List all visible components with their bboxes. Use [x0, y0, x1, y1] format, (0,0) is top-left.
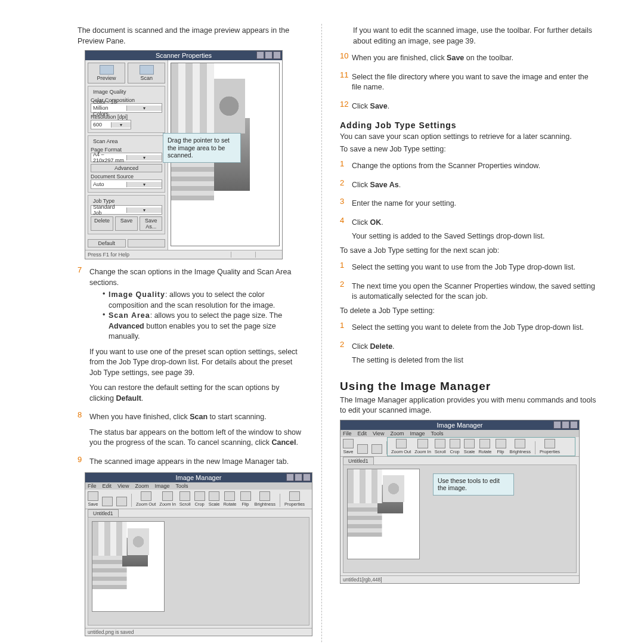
- body-text: To delete a Job Type setting:: [340, 306, 596, 317]
- job-type-dropdown[interactable]: Standard Job▾: [91, 205, 162, 215]
- tool-icon[interactable]: [116, 497, 127, 507]
- step-text: When you are finished, click Save on the…: [352, 53, 596, 64]
- disabled-button: [128, 239, 166, 247]
- rotate-tool-icon[interactable]: Rotate: [223, 491, 236, 507]
- toolbar-callout: Use these tools to edit the image.: [433, 473, 514, 496]
- step-number: 12: [340, 100, 352, 114]
- status-bar: Press F1 for Help: [85, 250, 282, 259]
- body-text: You can save your scan option settings t…: [340, 132, 596, 143]
- right-column: If you want to edit the scanned image, u…: [322, 24, 626, 642]
- zoom-out-tool-icon[interactable]: Zoom Out: [136, 491, 156, 507]
- bullet-item: •Scan Area: allows you to select the pag…: [89, 311, 304, 342]
- status-bar: untitled.png is saved: [85, 628, 312, 636]
- substep: 3Enter the name for your setting.: [340, 197, 596, 211]
- step-11: 11 Select the file directory where you w…: [340, 70, 596, 95]
- step-number: 8: [78, 410, 89, 450]
- bullet-item: •Image Quality: allows you to select the…: [89, 290, 304, 311]
- menu-bar[interactable]: FileEditViewZoomImageTools: [85, 482, 312, 490]
- resolution-label: Resolution [dpi]: [91, 114, 162, 120]
- window-titlebar: Image Manager: [85, 473, 312, 482]
- body-text: The Image Manager application provides y…: [340, 395, 596, 416]
- substep: 2Click Save As.: [340, 178, 596, 193]
- tool-icon[interactable]: [371, 444, 382, 454]
- step-10: 10 When you are finished, click Save on …: [340, 51, 596, 66]
- body-text: To save a new Job Type setting:: [340, 144, 596, 155]
- resolution-dropdown[interactable]: 600▾: [91, 120, 131, 129]
- preview-button[interactable]: Preview: [88, 63, 125, 83]
- step-number: 9: [78, 455, 89, 469]
- step-9: 9 The scanned image appears in the new I…: [78, 455, 304, 469]
- step-number: 11: [340, 70, 352, 95]
- advanced-button[interactable]: Advanced: [91, 164, 162, 172]
- document-tab[interactable]: Untitled1: [343, 457, 374, 465]
- toolbar-highlight: [387, 437, 575, 456]
- default-button[interactable]: Default: [88, 239, 126, 247]
- step-text: Select the file directory where you want…: [352, 72, 596, 93]
- substep: 1Select the setting you want to use from…: [340, 261, 596, 275]
- body-text: To save a Job Type setting for the next …: [340, 246, 596, 256]
- main-heading: Using the Image Manager: [340, 380, 596, 393]
- scanner-properties-screenshot: Scanner Properties Preview Scan Image Qu…: [85, 50, 283, 259]
- step-7: 7 Change the scan options in the Image Q…: [78, 265, 304, 405]
- scan-area-group: Scan Area Page Format A4 – 210x297 mm▾ A…: [88, 135, 165, 193]
- step-number: 7: [78, 265, 89, 405]
- document-source-label: Document Source: [91, 174, 162, 179]
- tool-icon[interactable]: [102, 497, 113, 507]
- step-text: When you have finished, click Scan to st…: [89, 412, 304, 423]
- save-tool-icon[interactable]: Save: [343, 439, 354, 454]
- step-12: 12 Click Save.: [340, 100, 596, 114]
- image-quality-group: Image Quality Color Composition Color - …: [88, 86, 165, 133]
- image-thumbnail: [92, 521, 165, 612]
- delete-button[interactable]: Delete: [91, 216, 113, 231]
- tool-icon[interactable]: [357, 444, 368, 454]
- preview-callout: Drag the pointer to set the image area t…: [163, 133, 241, 163]
- menu-bar[interactable]: FileEditViewZoomImageTools: [340, 430, 579, 437]
- scroll-tool-icon[interactable]: Scroll: [179, 491, 191, 507]
- substep: 1Select the setting you want to delete f…: [340, 321, 596, 335]
- toolbar[interactable]: Save Zoom Out Zoom In Scroll Crop Scale …: [340, 437, 579, 457]
- save-tool-icon[interactable]: Save: [88, 491, 98, 507]
- step-number: 10: [340, 51, 352, 66]
- step-8: 8 When you have finished, click Scan to …: [78, 410, 304, 450]
- substep: 4Click OK.Your setting is added to the S…: [340, 216, 596, 244]
- page-format-dropdown[interactable]: A4 – 210x297 mm▾: [91, 153, 162, 162]
- window-titlebar: Scanner Properties: [85, 51, 282, 60]
- step-text: If you want to use one of the preset sca…: [89, 347, 304, 379]
- document-source-dropdown[interactable]: Auto▾: [91, 179, 162, 189]
- substep: 1Change the options from the Scanner Pro…: [340, 159, 596, 174]
- step-text: Change the scan options in the Image Qua…: [89, 267, 304, 288]
- image-canvas[interactable]: Use these tools to edit the image.: [343, 465, 577, 573]
- page-columns: The document is scanned and the image pr…: [18, 24, 626, 642]
- image-canvas[interactable]: [88, 517, 309, 626]
- image-manager-screenshot: Image Manager FileEditViewZoomImageTools…: [85, 472, 312, 636]
- toolbar[interactable]: Save Zoom Out Zoom In Scroll Crop Scale …: [85, 490, 312, 509]
- scanner-left-panel: Preview Scan Image Quality Color Composi…: [85, 60, 168, 250]
- save-as-button[interactable]: Save As...: [140, 216, 162, 231]
- section-heading: Adding Job Type Settings: [340, 120, 596, 130]
- step-text: Click Save.: [352, 101, 596, 112]
- step-text: The scanned image appears in the new Ima…: [89, 457, 304, 467]
- step-text: The status bar appears on the bottom lef…: [89, 428, 304, 448]
- crop-tool-icon[interactable]: Crop: [194, 491, 205, 507]
- window-buttons: [256, 51, 281, 59]
- zoom-in-tool-icon[interactable]: Zoom In: [159, 491, 176, 507]
- document-tab[interactable]: Untitled1: [88, 509, 119, 517]
- scale-tool-icon[interactable]: Scale: [209, 491, 220, 507]
- step-text: You can restore the default setting for …: [89, 383, 304, 404]
- window-title: Scanner Properties: [156, 52, 212, 59]
- color-composition-dropdown[interactable]: Color - 16 Million Colors▾: [91, 103, 162, 113]
- image-manager-screenshot-2: Image Manager FileEditViewZoomImageTools…: [340, 420, 580, 584]
- image-thumbnail: [347, 469, 420, 559]
- intro-text: The document is scanned and the image pr…: [78, 26, 304, 47]
- continuation-text: If you want to edit the scanned image, u…: [340, 26, 596, 47]
- substep: 2The next time you open the Scanner Prop…: [340, 280, 596, 304]
- flip-tool-icon[interactable]: Flip: [240, 491, 251, 507]
- properties-tool-icon[interactable]: Properties: [284, 491, 305, 507]
- scan-button[interactable]: Scan: [128, 63, 165, 83]
- brightness-tool-icon[interactable]: Brightness: [255, 491, 275, 507]
- substep: 2Click Delete.The setting is deleted fro…: [340, 340, 596, 368]
- status-bar: untitled1[rgb,448]: [340, 575, 579, 583]
- left-column: The document is scanned and the image pr…: [18, 24, 322, 642]
- job-type-group: Job Type Standard Job▾ Delete Save Save …: [88, 195, 165, 234]
- save-button[interactable]: Save: [115, 216, 138, 231]
